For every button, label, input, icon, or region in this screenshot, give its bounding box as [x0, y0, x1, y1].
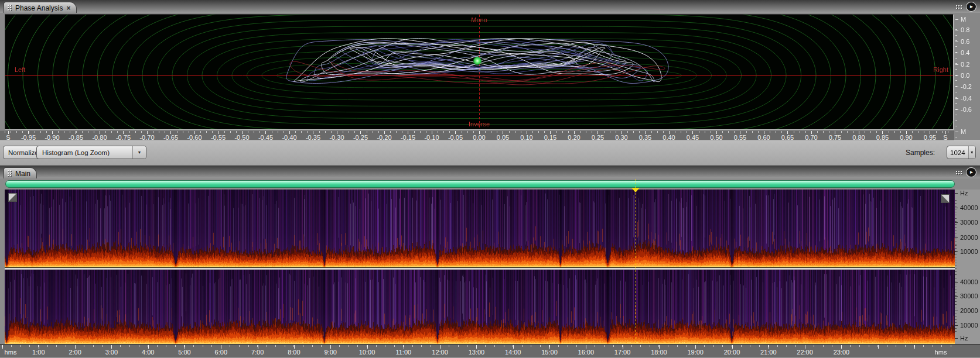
time-label: 7:00 [251, 349, 264, 356]
phase-scale-label: 0.0 [961, 72, 969, 79]
frequency-label: 10000 [960, 248, 978, 255]
samples-label: Samples: [906, 149, 935, 157]
panel-gripper-icon[interactable] [955, 5, 963, 9]
time-label: 20:00 [724, 349, 740, 356]
phase-scale-tick [955, 98, 958, 99]
frequency-tick [955, 282, 958, 283]
phase-scale-label: 0.2 [961, 61, 969, 68]
samples-value: 1024 [947, 146, 968, 159]
time-label: 3:00 [105, 349, 118, 356]
phase-scale-label: M [961, 16, 966, 23]
phase-vertical-ruler: M0.80.60.40.20.0-0.2-0.4-0.6M [955, 13, 980, 140]
tab-main[interactable]: Main [4, 167, 37, 179]
time-label: 6:00 [215, 349, 227, 356]
zoom-corner-icon[interactable] [8, 193, 17, 202]
chevron-down-icon[interactable]: ▼ [132, 146, 146, 159]
time-label: 17:00 [614, 349, 631, 356]
tab-main-label: Main [15, 170, 30, 178]
phase-scale-label: M [961, 128, 966, 135]
frequency-minor-ticks [955, 200, 957, 333]
phase-panel-controls: ► [955, 2, 976, 12]
time-tick [2, 345, 3, 349]
frequency-tick [955, 252, 958, 252]
playhead-line[interactable] [636, 179, 636, 344]
phase-scope: Mono Inverse Left Right [5, 14, 954, 130]
tab-gripper-icon[interactable] [7, 170, 12, 177]
phase-scale-tick [955, 75, 958, 76]
phase-scale-tick [955, 87, 958, 87]
time-tick [914, 345, 915, 349]
time-label: 10:00 [359, 349, 375, 356]
chevron-down-icon[interactable]: ▼ [968, 146, 975, 159]
time-label: 4:00 [142, 349, 154, 356]
frequency-label: Hz [960, 190, 968, 197]
phase-scale-label: 0.6 [961, 38, 969, 45]
tab-phase-analysis[interactable]: Phase Analysis × [4, 2, 77, 13]
samples-dropdown[interactable]: 1024 ▼ [947, 146, 976, 159]
panel-menu-button[interactable]: ► [966, 167, 976, 177]
spectrogram-channel-left[interactable] [5, 190, 955, 267]
time-minor-ticks [2, 345, 955, 347]
playhead-marker[interactable] [631, 188, 640, 192]
frequency-label: 30000 [960, 292, 978, 300]
zoom-corner-icon[interactable] [941, 194, 950, 203]
time-label: 11:00 [395, 349, 411, 356]
phase-horizontal-ruler: S-0.95-0.90-0.85-0.80-0.75-0.70-0.65-0.6… [0, 130, 954, 141]
time-unit-label: hms [935, 349, 947, 356]
time-label: 22:00 [797, 349, 813, 356]
time-label: 9:00 [324, 349, 336, 356]
phase-scale-tick [955, 30, 958, 30]
phase-scale-label: 0.8 [961, 26, 969, 33]
panel-menu-button[interactable]: ► [966, 2, 976, 12]
time-ruler[interactable]: hms1:002:003:004:005:006:007:008:009:001… [0, 344, 980, 357]
panel-gripper-icon[interactable] [955, 170, 963, 175]
main-panel-tabbar: Main ► [0, 166, 980, 179]
time-unit-label: hms [5, 349, 17, 356]
phase-scale-label: -0.2 [961, 83, 972, 90]
main-panel-controls: ► [955, 167, 976, 177]
frequency-tick [955, 296, 958, 297]
tab-phase-analysis-label: Phase Analysis [15, 4, 63, 12]
time-label: 13:00 [469, 349, 485, 356]
time-label: 14:00 [505, 349, 521, 356]
frequency-label: 40000 [960, 278, 978, 285]
phase-scale-tick [955, 42, 958, 42]
time-label: 21:00 [760, 349, 777, 356]
spectrogram-channel-right[interactable] [5, 270, 955, 344]
frequency-tick [955, 325, 958, 326]
tab-gripper-icon[interactable] [7, 4, 12, 12]
time-label: 18:00 [651, 349, 667, 356]
frequency-tick [955, 193, 958, 194]
time-label: 19:00 [687, 349, 704, 356]
frequency-tick [955, 222, 958, 223]
time-label: 23:00 [834, 349, 850, 356]
phase-scale-label: 0.4 [961, 49, 969, 56]
close-icon[interactable]: × [66, 5, 70, 11]
phase-scale-tick [955, 132, 958, 132]
time-label: 2:00 [69, 349, 81, 356]
phase-scale-label: -0.4 [961, 95, 972, 102]
frequency-tick [955, 237, 958, 238]
frequency-ruler[interactable]: Hz40000300002000010000400003000020000100… [955, 190, 980, 344]
frequency-tick [955, 311, 958, 311]
phase-label-right: Right [933, 66, 948, 73]
frequency-label: 20000 [960, 234, 978, 241]
frequency-label: 40000 [960, 204, 978, 211]
time-label: 12:00 [432, 349, 448, 356]
phase-analysis-panel: Mono Inverse Left Right M0.80.60.40.20.0… [0, 13, 980, 140]
phase-scale-tick [955, 19, 958, 20]
frequency-tick [955, 208, 958, 208]
phase-label-left: Left [15, 66, 25, 73]
phase-scale-tick [955, 53, 958, 53]
horizontal-zoom-scrollbar[interactable] [5, 180, 955, 188]
time-label: 15:00 [541, 349, 558, 356]
frequency-label: Hz [960, 335, 968, 342]
phase-scope-canvas [5, 15, 953, 129]
phase-vertical-minor-ticks [955, 29, 957, 138]
frequency-label: 10000 [960, 322, 978, 329]
display-mode-dropdown[interactable]: Histogram (Log Zoom) ▼ [36, 146, 146, 159]
phase-toolbar: Normalize Histogram (Log Zoom) ▼ Samples… [0, 140, 980, 166]
phase-panel-tabbar: Phase Analysis × ► [0, 0, 980, 13]
phase-label-mono: Mono [471, 16, 487, 23]
phase-label-inverse: Inverse [469, 121, 490, 128]
